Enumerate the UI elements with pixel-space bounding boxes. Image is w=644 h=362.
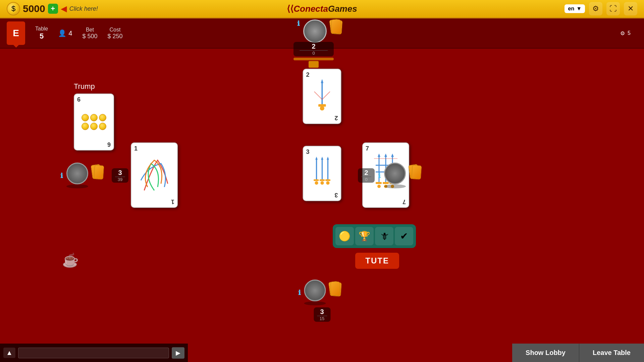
top-player-score: 2 0 — [293, 42, 334, 68]
trump-label: Trump — [74, 82, 114, 91]
language-selector[interactable]: en ▼ — [565, 4, 585, 13]
top-player-info-button[interactable]: ℹ — [297, 19, 300, 27]
pip-1 — [82, 114, 89, 121]
suit-filter-bar: 🟡 🏆 🗡 ✔ — [333, 224, 416, 248]
right-player-cards — [409, 165, 426, 186]
bottom-score-bottom: 15 — [317, 316, 327, 321]
chevron-down-icon: ▼ — [576, 6, 582, 12]
clubs-suit-button[interactable]: ✔ — [395, 227, 413, 245]
right-card-num-bottom: 7 — [402, 198, 406, 205]
top-right-controls: en ▼ ⚙ ⛶ ✕ — [565, 2, 637, 15]
svg-marker-27 — [384, 154, 387, 157]
left-player-avatar-container — [66, 163, 88, 188]
arrow-button[interactable]: ◀ — [61, 4, 67, 13]
gear-count-area: ⚙ 5 — [620, 30, 631, 37]
left-player-cards — [92, 165, 108, 186]
trump-card[interactable]: 6 6 — [74, 94, 114, 150]
person-icon: 👤 — [58, 29, 66, 37]
left-score-bottom: 39 — [115, 177, 125, 182]
table-info: Table 5 — [35, 26, 48, 41]
coin-icon: $ — [7, 2, 20, 15]
right-player-area: 2 0 ℹ — [358, 163, 426, 188]
bottom-player-shadow — [304, 301, 326, 305]
close-button[interactable]: ✕ — [624, 2, 637, 15]
players-info: 👤 4 — [58, 29, 72, 37]
svg-marker-12 — [315, 157, 318, 160]
top-bar: $ 5000 + ◀ Click here! ⟨⟨ConectaGames en… — [0, 0, 644, 18]
bottom-score-top: 3 — [317, 308, 327, 316]
add-balance-button[interactable]: + — [48, 4, 58, 14]
pip-2 — [90, 114, 98, 121]
bottom-player-avatar-container — [304, 280, 326, 305]
center-top-card-num: 2 — [306, 71, 310, 78]
bottom-player-info-button[interactable]: ℹ — [298, 289, 301, 297]
swords-suit-button[interactable]: 🗡 — [375, 227, 393, 245]
svg-marker-2 — [321, 79, 323, 83]
info-bar: E Table 5 👤 4 Bet $ 500 Cost $ 250 ℹ — [0, 18, 644, 49]
show-lobby-button[interactable]: Show Lobby — [512, 344, 579, 362]
top-player-indicator — [309, 61, 319, 68]
cost-label: Cost — [110, 27, 121, 33]
svg-marker-28 — [391, 154, 394, 157]
bottom-player-row: ℹ — [298, 280, 346, 305]
center-card-top[interactable]: 2 2 — [303, 69, 341, 124]
svg-point-3 — [320, 106, 324, 111]
svg-rect-9 — [314, 179, 319, 181]
svg-point-17 — [326, 181, 329, 184]
svg-marker-14 — [327, 157, 329, 160]
top-player-score-value: 2 — [300, 43, 328, 50]
table-label: Table — [35, 26, 48, 32]
cost-info: Cost $ 250 — [107, 27, 122, 40]
settings-button[interactable]: ⚙ — [589, 2, 602, 15]
chat-bar: ▲ ▶ — [0, 344, 188, 362]
coin-area: $ 5000 + ◀ Click here! — [7, 2, 98, 15]
players-value: 4 — [68, 29, 72, 37]
pip-4 — [82, 123, 89, 130]
center-card-bottom[interactable]: 3 3 — [303, 146, 341, 201]
top-player-score-sub: 0 — [300, 50, 328, 56]
top-player-container — [303, 19, 327, 43]
svg-rect-10 — [319, 179, 324, 181]
fullscreen-icon: ⛶ — [609, 4, 617, 13]
cups-suit-button[interactable]: 🏆 — [355, 227, 374, 245]
game-table: Trump 6 6 2 2 — [0, 49, 644, 362]
chat-input[interactable] — [18, 348, 169, 358]
svg-point-15 — [315, 181, 318, 184]
chat-expand-button[interactable]: ▲ — [3, 348, 15, 358]
right-card-num: 7 — [366, 145, 369, 152]
left-player-shadow — [66, 184, 88, 188]
left-center-card[interactable]: 1 1 — [131, 142, 178, 208]
svg-marker-26 — [378, 154, 380, 157]
bottom-player-avatar — [304, 280, 326, 301]
bet-label: Bet — [86, 27, 94, 33]
bottom-right-buttons: Show Lobby Leave Table — [512, 344, 644, 362]
gear-settings-icon: ⚙ — [620, 30, 625, 37]
trump-area: Trump 6 6 — [74, 82, 114, 150]
left-card-num-bottom: 1 — [171, 198, 174, 205]
top-player-cards — [330, 19, 347, 41]
right-player-score: 2 0 — [358, 168, 375, 183]
fullscreen-button[interactable]: ⛶ — [606, 2, 620, 15]
table-value: 5 — [40, 32, 44, 41]
bet-prefix: $ 500 — [82, 33, 97, 40]
logo: ⟨⟨ConectaGames — [287, 4, 357, 14]
left-player-info-button[interactable]: ℹ — [60, 172, 63, 180]
balance-display: 5000 — [23, 3, 45, 14]
left-score-top: 3 — [115, 169, 125, 177]
left-card-content — [131, 143, 177, 207]
gear-icon: ⚙ — [592, 4, 599, 13]
top-player-area: ℹ — [297, 19, 347, 43]
coins-suit-button[interactable]: 🟡 — [335, 227, 354, 245]
tute-button[interactable]: TUTE — [355, 253, 399, 269]
click-here-label: Click here! — [69, 5, 98, 12]
top-player-progress — [293, 58, 334, 60]
right-player-avatar — [384, 163, 406, 184]
right-player-info-button[interactable]: ℹ — [378, 172, 381, 180]
chat-send-button[interactable]: ▶ — [172, 347, 184, 359]
right-player-avatar-container — [384, 163, 406, 188]
pip-3 — [99, 114, 106, 121]
leave-table-button[interactable]: Leave Table — [579, 344, 644, 362]
coffee-cup-button[interactable]: ☕ — [62, 252, 79, 268]
bottom-player-cards — [329, 282, 346, 303]
svg-point-16 — [320, 181, 324, 184]
